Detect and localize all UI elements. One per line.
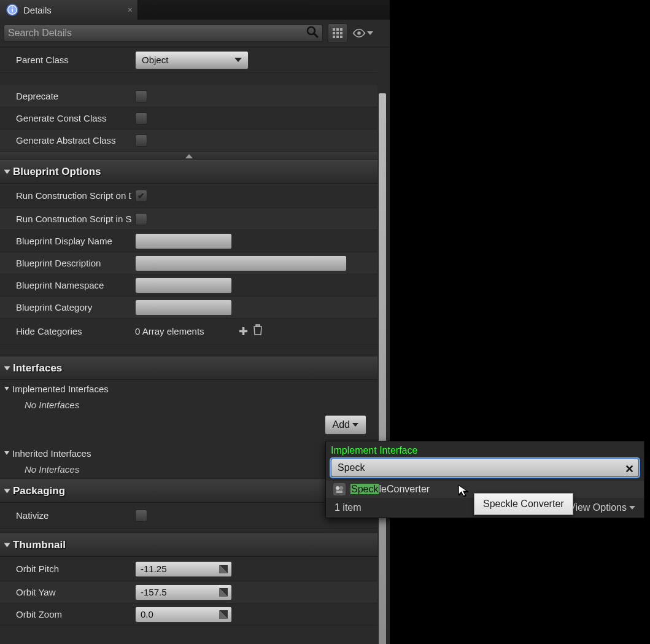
nativize-checkbox[interactable]	[135, 510, 147, 522]
section-title: Blueprint Options	[13, 166, 101, 178]
popup-count: 1 item	[335, 502, 362, 513]
svg-line-4	[314, 34, 317, 37]
bp-description-row: Blueprint Description	[0, 252, 377, 274]
add-interface-button[interactable]: Add	[325, 415, 366, 435]
run-seq-label: Run Construction Script in Sequencer	[0, 214, 131, 224]
view-options-button[interactable]	[352, 26, 373, 40]
bp-namespace-label: Blueprint Namespace	[0, 280, 131, 290]
collapse-toggle[interactable]	[0, 152, 377, 160]
tab-title: Details	[23, 5, 52, 15]
run-drag-label: Run Construction Script on Drag	[0, 190, 131, 201]
section-interfaces[interactable]: Interfaces	[0, 357, 377, 380]
svg-rect-8	[333, 32, 335, 34]
search-input[interactable]	[8, 28, 306, 39]
spinner-icon[interactable]	[219, 588, 228, 597]
info-icon	[6, 4, 18, 16]
svg-rect-12	[336, 36, 339, 38]
orbit-pitch-value: -11.25	[141, 564, 167, 574]
svg-point-22	[339, 486, 343, 490]
gen-const-row: Generate Const Class	[0, 107, 377, 130]
orbit-pitch-input[interactable]: -11.25	[135, 561, 232, 577]
section-thumbnail[interactable]: Thumbnail	[0, 533, 377, 557]
spinner-icon[interactable]	[219, 610, 228, 619]
orbit-pitch-row: Orbit Pitch -11.25	[0, 557, 377, 581]
tooltip-text: Speckle Converter	[483, 499, 564, 509]
property-matrix-button[interactable]	[328, 23, 347, 43]
implemented-interfaces-label: Implemented Interfaces	[12, 384, 109, 394]
no-interfaces-text: No Interfaces	[0, 400, 377, 410]
orbit-zoom-value: 0.0	[141, 609, 153, 619]
orbit-yaw-value: -157.5	[141, 587, 167, 597]
no-interfaces-text-2: No Interfaces	[0, 464, 377, 475]
spinner-icon[interactable]	[219, 565, 228, 573]
bp-category-row: Blueprint Category	[0, 297, 377, 319]
popup-search-input[interactable]	[331, 459, 639, 477]
result-text: SpeckleConverter	[350, 484, 430, 495]
expand-icon	[4, 451, 9, 455]
section-title: Thumbnail	[13, 539, 66, 551]
parent-class-label: Parent Class	[0, 55, 131, 65]
bp-namespace-input[interactable]	[135, 277, 232, 293]
hide-categories-label: Hide Categories	[0, 326, 131, 336]
gen-const-checkbox[interactable]	[135, 112, 147, 125]
svg-rect-2	[12, 7, 13, 8]
gen-const-label: Generate Const Class	[0, 113, 131, 123]
deprecate-label: Deprecate	[0, 91, 131, 101]
bp-display-name-row: Blueprint Display Name	[0, 230, 377, 252]
run-seq-checkbox[interactable]	[135, 213, 147, 225]
bp-category-label: Blueprint Category	[0, 302, 131, 312]
orbit-zoom-label: Orbit Zoom	[0, 609, 131, 619]
svg-rect-9	[336, 32, 339, 34]
tab-bar: Details ×	[0, 0, 390, 20]
details-panel: Details × Parent Class Objec	[0, 0, 390, 644]
deprecate-checkbox[interactable]	[135, 90, 147, 103]
search-row	[0, 20, 390, 47]
class-icon	[333, 483, 346, 495]
orbit-zoom-input[interactable]: 0.0	[135, 607, 232, 623]
search-icon[interactable]	[306, 26, 319, 41]
svg-rect-11	[333, 36, 335, 38]
bp-description-label: Blueprint Description	[0, 258, 131, 268]
svg-point-21	[336, 486, 339, 490]
expand-icon	[4, 170, 10, 174]
svg-rect-7	[340, 28, 342, 31]
parent-class-row: Parent Class Object	[0, 47, 377, 73]
orbit-yaw-label: Orbit Yaw	[0, 587, 131, 597]
run-drag-row: Run Construction Script on Drag	[0, 184, 377, 208]
svg-point-14	[357, 31, 361, 35]
array-elements-text: 0 Array elements	[135, 326, 204, 336]
svg-rect-1	[12, 9, 13, 12]
search-box[interactable]	[4, 25, 323, 42]
clear-array-button[interactable]	[253, 324, 263, 338]
bp-category-input[interactable]	[135, 300, 232, 316]
section-blueprint-options[interactable]: Blueprint Options	[0, 160, 377, 184]
implemented-interfaces-row[interactable]: Implemented Interfaces	[0, 380, 377, 397]
parent-class-value: Object	[142, 55, 168, 65]
orbit-yaw-input[interactable]: -157.5	[135, 584, 232, 600]
hide-categories-row: Hide Categories 0 Array elements ✚	[0, 319, 377, 344]
svg-rect-5	[333, 28, 335, 31]
close-icon[interactable]: ×	[128, 5, 133, 15]
gen-abstract-checkbox[interactable]	[135, 134, 147, 147]
clear-search-button[interactable]: ✕	[625, 462, 634, 476]
parent-class-dropdown[interactable]: Object	[135, 51, 249, 69]
gen-abstract-row: Generate Abstract Class	[0, 130, 377, 152]
section-title: Interfaces	[13, 362, 62, 374]
details-tab[interactable]: Details ×	[0, 0, 138, 20]
inherited-interfaces-row[interactable]: Inherited Interfaces	[0, 444, 377, 462]
chevron-down-icon	[234, 58, 242, 62]
add-array-element-button[interactable]: ✚	[239, 325, 248, 338]
expand-icon	[4, 543, 10, 548]
gen-abstract-label: Generate Abstract Class	[0, 135, 131, 145]
scrollbar[interactable]	[379, 93, 386, 644]
orbit-yaw-row: Orbit Yaw -157.5	[0, 581, 377, 603]
svg-rect-23	[336, 491, 342, 493]
add-button-label: Add	[333, 419, 350, 430]
bp-display-name-label: Blueprint Display Name	[0, 236, 131, 246]
expand-icon	[4, 387, 9, 390]
section-packaging[interactable]: Packaging	[0, 479, 377, 503]
run-drag-checkbox[interactable]	[135, 190, 147, 202]
bp-display-name-input[interactable]	[135, 233, 232, 249]
bp-description-input[interactable]	[135, 255, 347, 271]
chevron-down-icon	[352, 423, 358, 427]
